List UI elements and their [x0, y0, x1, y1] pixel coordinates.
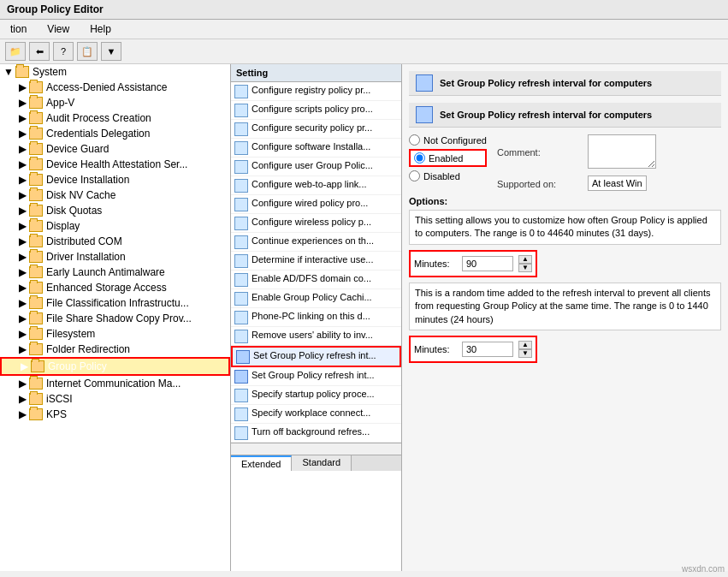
tree-item[interactable]: ▶Access-Denied Assistance — [0, 80, 230, 95]
toolbar-btn-folder[interactable]: 📁 — [5, 42, 26, 61]
spinner-down-2[interactable]: ▼ — [518, 349, 532, 358]
settings-list-item[interactable]: Continue experiences on th... — [231, 233, 401, 252]
tree-item[interactable]: ▶Disk Quotas — [0, 203, 230, 218]
tree-expand-icon[interactable]: ▶ — [17, 158, 27, 170]
tab-extended[interactable]: Extended — [231, 455, 292, 471]
tree-expand-icon[interactable]: ▶ — [17, 266, 27, 278]
settings-list-item[interactable]: Configure web-to-app link... — [231, 176, 401, 195]
tree-item[interactable]: ▶iSCSI — [0, 391, 230, 407]
settings-header: Setting — [231, 64, 401, 82]
settings-list-item[interactable]: Configure user Group Polic... — [231, 158, 401, 176]
settings-list-item[interactable]: Configure wired policy pro... — [231, 195, 401, 214]
spinner-up-2[interactable]: ▲ — [518, 341, 532, 349]
settings-list-item[interactable]: Enable Group Policy Cachi... — [231, 289, 401, 308]
toolbar-btn-back[interactable]: ⬅ — [29, 42, 50, 61]
minutes-input-2[interactable] — [462, 342, 513, 357]
tree-item[interactable]: ▶Device Guard — [0, 141, 230, 157]
horizontal-scrollbar[interactable] — [231, 443, 401, 455]
menu-item-help[interactable]: Help — [86, 21, 115, 37]
radio-disabled-input[interactable] — [409, 170, 420, 181]
tree-item[interactable]: ▶Early Launch Antimalware — [0, 265, 230, 280]
tree-folder-icon — [29, 97, 43, 109]
spinner-down-1[interactable]: ▼ — [518, 264, 532, 272]
tree-expand-icon[interactable]: ▶ — [17, 174, 27, 186]
tree-expand-icon[interactable]: ▶ — [17, 128, 27, 140]
settings-item-text: Specify startup policy proce... — [252, 388, 375, 400]
tree-expand-icon[interactable]: ▶ — [17, 408, 27, 420]
tree-item-label: Audit Process Creation — [46, 112, 151, 124]
tree-expand-icon[interactable]: ▶ — [17, 297, 27, 309]
tree-item[interactable]: ▶Device Health Attestation Ser... — [0, 157, 230, 172]
tree-expand-icon[interactable]: ▶ — [17, 251, 27, 263]
comment-input[interactable] — [588, 134, 656, 169]
settings-list-item[interactable]: Specify workplace connect... — [231, 405, 401, 424]
tree-expand-icon[interactable]: ▶ — [17, 189, 27, 201]
settings-list-item[interactable]: Remove users' ability to inv... — [231, 327, 401, 346]
toolbar-btn-help[interactable]: ? — [53, 42, 74, 61]
tree-expand-root[interactable]: ▼ — [3, 66, 14, 78]
settings-list-item[interactable]: Phone-PC linking on this d... — [231, 308, 401, 327]
tree-expand-icon[interactable]: ▶ — [17, 378, 27, 390]
menu-item-action[interactable]: tion — [7, 21, 30, 37]
tree-item[interactable]: ▶Internet Communication Ma... — [0, 376, 230, 391]
tree-expand-icon[interactable]: ▶ — [17, 343, 27, 355]
detail-title-1: Set Group Policy refresh interval for co… — [440, 78, 652, 88]
tree-expand-icon[interactable]: ▶ — [17, 205, 27, 217]
settings-item-icon — [234, 160, 248, 174]
settings-list-item[interactable]: Set Group Policy refresh int... — [231, 346, 401, 367]
radio-enabled[interactable]: Enabled — [409, 149, 487, 167]
tree-expand-icon[interactable]: ▶ — [17, 328, 27, 340]
settings-list-item[interactable]: Set Group Policy refresh int... — [231, 367, 401, 386]
settings-list-item[interactable]: Turn off background refres... — [231, 424, 401, 443]
tree-item[interactable]: ▶KPS — [0, 407, 230, 422]
settings-list-item[interactable]: Configure scripts policy pro... — [231, 101, 401, 120]
supported-on-label: Supported on: — [497, 177, 583, 189]
settings-list-item[interactable]: Specify startup policy proce... — [231, 386, 401, 405]
tree-item[interactable]: ▶Enhanced Storage Access — [0, 280, 230, 295]
tree-root[interactable]: ▼ System — [0, 64, 230, 80]
tree-item[interactable]: ▶Driver Installation — [0, 249, 230, 265]
settings-list-item[interactable]: Configure software Installa... — [231, 139, 401, 158]
tree-item[interactable]: ▶Device Installation — [0, 172, 230, 187]
tree-expand-icon[interactable]: ▶ — [17, 282, 27, 294]
toolbar-btn-policy[interactable]: 📋 — [77, 42, 98, 61]
settings-list-item[interactable]: Determine if interactive use... — [231, 252, 401, 271]
tree-expand-icon[interactable]: ▶ — [17, 112, 27, 124]
tab-standard[interactable]: Standard — [292, 455, 352, 471]
tree-item[interactable]: ▶Credentials Delegation — [0, 126, 230, 141]
tree-expand-icon[interactable]: ▶ — [17, 143, 27, 155]
radio-enabled-input[interactable] — [414, 152, 425, 164]
spinner-up-1[interactable]: ▲ — [518, 255, 532, 264]
tree-item[interactable]: ▶File Share Shadow Copy Prov... — [0, 311, 230, 326]
tree-expand-icon[interactable]: ▶ — [17, 235, 27, 247]
tree-expand-icon[interactable]: ▶ — [17, 220, 27, 232]
tree-item[interactable]: ▶Disk NV Cache — [0, 187, 230, 203]
settings-list-item[interactable]: Configure registry policy pr... — [231, 82, 401, 101]
watermark: wsxdn.com — [682, 564, 725, 574]
settings-item-text: Remove users' ability to inv... — [252, 329, 373, 341]
tree-expand-icon[interactable]: ▶ — [17, 97, 27, 109]
tree-expand-icon[interactable]: ▶ — [17, 312, 27, 324]
tree-item-label: App-V — [46, 97, 74, 109]
tree-item[interactable]: ▶Distributed COM — [0, 234, 230, 249]
tree-item[interactable]: ▶Group Policy — [0, 357, 230, 376]
tree-expand-icon[interactable]: ▶ — [17, 393, 27, 405]
tree-item[interactable]: ▶Filesystem — [0, 326, 230, 342]
menu-item-view[interactable]: View — [44, 21, 73, 37]
radio-not-configured-input[interactable] — [409, 134, 420, 146]
settings-list-item[interactable]: Configure security policy pr... — [231, 120, 401, 139]
radio-group: Not Configured Enabled Disabled — [409, 134, 487, 191]
tree-item[interactable]: ▶App-V — [0, 95, 230, 110]
tree-item[interactable]: ▶Display — [0, 218, 230, 234]
radio-not-configured[interactable]: Not Configured — [409, 134, 487, 146]
minutes-input-1[interactable] — [462, 256, 513, 271]
settings-list-item[interactable]: Enable AD/DFS domain co... — [231, 271, 401, 289]
toolbar-btn-filter[interactable]: ▼ — [101, 42, 121, 61]
tree-item[interactable]: ▶Audit Process Creation — [0, 110, 230, 126]
settings-list-item[interactable]: Configure wireless policy p... — [231, 214, 401, 233]
tree-expand-icon[interactable]: ▶ — [17, 81, 27, 93]
tree-expand-icon[interactable]: ▶ — [19, 360, 29, 372]
radio-disabled[interactable]: Disabled — [409, 170, 487, 181]
tree-item[interactable]: ▶File Classification Infrastructu... — [0, 295, 230, 311]
tree-item[interactable]: ▶Folder Redirection — [0, 342, 230, 357]
